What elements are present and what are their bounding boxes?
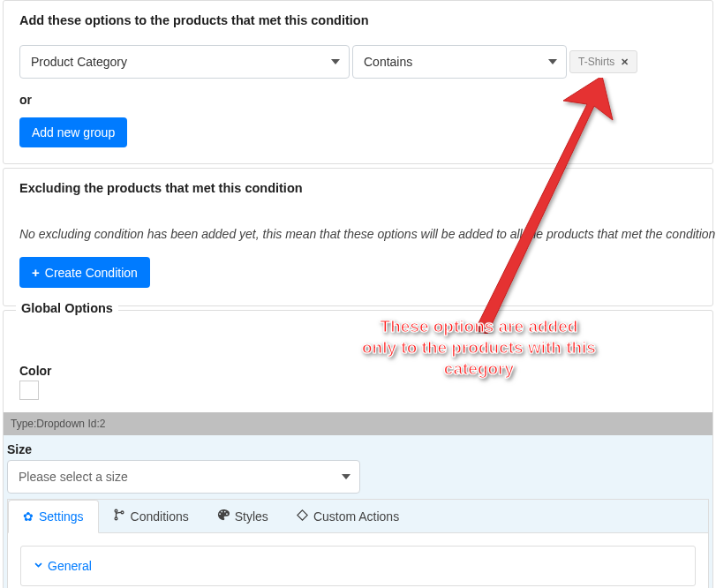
tab-settings[interactable]: ✿ Settings xyxy=(8,500,99,533)
global-options-legend: Global Options xyxy=(16,301,118,315)
chevron-down-icon xyxy=(34,560,43,572)
color-label: Color xyxy=(19,364,697,378)
tab-styles[interactable]: Styles xyxy=(203,500,283,532)
chevron-down-icon xyxy=(331,59,340,64)
size-label: Size xyxy=(4,442,712,460)
value-tag[interactable]: T-Shirts ✕ xyxy=(569,50,637,73)
option-tabs-wrap: ✿ Settings Conditions xyxy=(7,499,709,588)
size-select[interactable]: Please select a size xyxy=(7,460,360,494)
field-select[interactable]: Product Category xyxy=(19,45,350,79)
general-section-toggle[interactable]: General xyxy=(20,546,696,586)
global-options-fieldset: Global Options Color Type:Dropdown Id:2 … xyxy=(3,310,713,588)
plus-icon: + xyxy=(32,265,40,280)
tab-custom-actions[interactable]: Custom Actions xyxy=(283,500,413,532)
add-new-group-label: Add new group xyxy=(32,125,115,139)
tab-settings-label: Settings xyxy=(39,509,84,524)
operator-select-value: Contains xyxy=(364,55,548,69)
tab-conditions-label: Conditions xyxy=(131,509,189,524)
create-condition-button[interactable]: + Create Condition xyxy=(19,257,150,288)
create-condition-wrap: + Create Condition xyxy=(4,257,712,305)
tab-custom-actions-label: Custom Actions xyxy=(313,509,399,524)
general-section-label: General xyxy=(48,559,92,573)
exclude-header: Excluding the products that met this con… xyxy=(4,169,712,207)
color-block: Color xyxy=(4,323,712,412)
exclude-section: Excluding the products that met this con… xyxy=(3,168,713,306)
chevron-down-icon xyxy=(342,474,350,479)
type-id-row: Type:Dropdown Id:2 xyxy=(4,412,712,435)
svg-point-1 xyxy=(115,517,117,520)
tab-conditions[interactable]: Conditions xyxy=(99,500,203,532)
add-options-body: Product Category Contains T-Shirts ✕ or … xyxy=(4,40,712,163)
color-swatch[interactable] xyxy=(19,381,39,400)
palette-icon xyxy=(217,509,230,524)
chevron-down-icon xyxy=(548,59,557,64)
close-icon[interactable]: ✕ xyxy=(621,57,629,68)
create-condition-label: Create Condition xyxy=(45,266,138,280)
option-tabs: ✿ Settings Conditions xyxy=(8,500,708,533)
svg-point-0 xyxy=(115,509,117,512)
size-select-placeholder: Please select a size xyxy=(19,470,342,484)
value-tag-label: T-Shirts xyxy=(578,56,614,68)
branch-icon xyxy=(113,509,125,524)
field-select-value: Product Category xyxy=(31,55,331,69)
add-options-section: Add these options to the products that m… xyxy=(3,0,713,164)
or-label: or xyxy=(19,93,697,107)
exclude-note: No excluding condition has been added ye… xyxy=(4,207,712,257)
operator-select[interactable]: Contains xyxy=(352,45,567,79)
svg-point-2 xyxy=(121,511,124,514)
add-new-group-button[interactable]: Add new group xyxy=(19,117,127,147)
add-options-header: Add these options to the products that m… xyxy=(4,1,712,40)
tab-styles-label: Styles xyxy=(235,509,268,524)
condition-row: Product Category Contains T-Shirts ✕ xyxy=(19,45,697,79)
gear-icon: ✿ xyxy=(23,509,34,524)
size-block: Size Please select a size ✿ Settings xyxy=(4,435,712,588)
diamond-icon xyxy=(297,509,308,524)
